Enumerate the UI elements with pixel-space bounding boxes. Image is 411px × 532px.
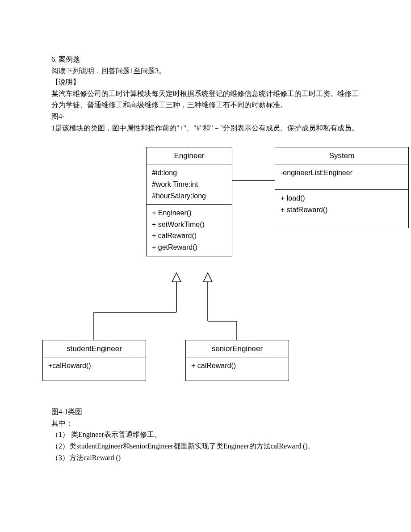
op: + Engineer() <box>152 207 226 219</box>
op: + getReward() <box>152 242 226 253</box>
svg-marker-5 <box>203 273 212 282</box>
figure-ref: 图4- <box>51 111 360 122</box>
class-senior-ops: + calReward() <box>186 357 289 381</box>
section-label: 【说明】 <box>51 76 360 88</box>
footer-line: 其中： <box>51 418 360 429</box>
class-engineer-ops: + Engineer() + setWorkTime() + calReward… <box>147 204 232 256</box>
op: + calReward() <box>152 230 226 242</box>
uml-diagram: Engineer #id:long #work Time:int #hourSa… <box>51 142 360 393</box>
class-engineer: Engineer #id:long #work Time:int #hourSa… <box>146 147 232 256</box>
class-system: System -engineerList:Engineer + load() +… <box>275 147 409 228</box>
class-system-name: System <box>275 147 408 164</box>
class-senior-engineer: seniorEngineer + calReward() <box>185 340 289 381</box>
op: + statReward() <box>281 204 403 216</box>
attr: -engineerList:Engineer <box>281 167 403 179</box>
class-engineer-attrs: #id:long #work Time:int #hourSalary:long <box>147 164 232 204</box>
description-1: 某汽车维修公司的工时计算模块每天定时根据系统登记的维修信息统计维修工的工时工资。… <box>51 88 360 111</box>
footer-line: （3）方法calReward () <box>51 452 360 464</box>
footer-line: （1） 类Engineer表示普通维修工。 <box>51 429 360 440</box>
svg-marker-1 <box>172 273 181 282</box>
class-student-name: studentEngineer <box>43 340 146 357</box>
class-senior-name: seniorEngineer <box>186 340 289 357</box>
question-text: 6. 案例题 阅读下列说明，回答问题1至问题3。 【说明】 某汽车维修公司的工时… <box>51 54 360 134</box>
question-instruction: 阅读下列说明，回答问题1至问题3。 <box>51 65 360 77</box>
class-student-engineer: studentEngineer +calReward() <box>42 340 146 381</box>
op: +calReward() <box>48 360 140 372</box>
attr: #hourSalary:long <box>152 190 226 202</box>
op: + setWorkTime() <box>152 219 226 230</box>
op: + load() <box>281 193 403 204</box>
class-system-ops: + load() + statReward() <box>275 189 408 228</box>
figure-caption: 图4-1类图 <box>51 406 360 418</box>
question-number: 6. 案例题 <box>51 54 360 65</box>
description-2: 1是该模块的类图，图中属性和操作前的"+"、"#"和"－"分别表示公有成员、保护… <box>51 122 360 134</box>
footer-line: （2）类studentEngineer和seniorEngineer都重新实现了… <box>51 440 360 452</box>
class-student-ops: +calReward() <box>43 357 146 381</box>
attr: #id:long <box>152 167 226 179</box>
footer-text: 图4-1类图 其中： （1） 类Engineer表示普通维修工。 （2）类stu… <box>51 406 360 463</box>
attr: #work Time:int <box>152 179 226 190</box>
page: 6. 案例题 阅读下列说明，回答问题1至问题3。 【说明】 某汽车维修公司的工时… <box>0 0 411 532</box>
op: + calReward() <box>191 360 283 372</box>
class-system-attrs: -engineerList:Engineer <box>275 164 408 189</box>
class-engineer-name: Engineer <box>147 147 232 164</box>
